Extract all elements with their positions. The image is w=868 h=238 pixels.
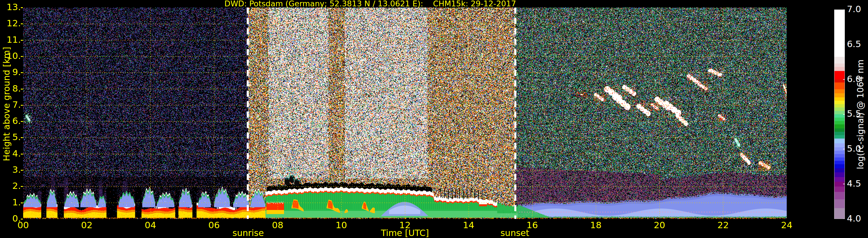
- colorbar-tick-label: 4.0: [847, 213, 861, 224]
- y-tick-label: 5.: [0, 132, 21, 142]
- y-tick-mark: [21, 89, 23, 90]
- y-tick-label: 7.: [0, 99, 21, 110]
- colorbar-tick-label: 7.0: [847, 4, 861, 14]
- y-tick-mark: [21, 23, 23, 24]
- y-tick-label: 1.: [0, 197, 21, 207]
- y-tick-label: 9.: [0, 67, 21, 77]
- y-tick-label: 2.: [0, 180, 21, 191]
- x-tick-label: 22: [712, 220, 735, 230]
- y-tick-mark: [21, 137, 23, 138]
- plot-title: DWD: Potsdam (Germany; 52.3813 N / 13.06…: [224, 0, 516, 8]
- y-tick-mark: [21, 40, 23, 41]
- sunrise-label: sunrise: [232, 228, 264, 238]
- y-tick-mark: [21, 105, 23, 106]
- y-tick-mark: [21, 219, 23, 219]
- y-tick-mark: [21, 72, 23, 73]
- y-tick-label: 11.: [0, 34, 21, 45]
- y-tick-label: 4.: [0, 148, 21, 159]
- ceilometer-quicklook-page: DWD: Potsdam (Germany; 52.3813 N / 13.06…: [0, 0, 868, 238]
- x-tick-label: 20: [648, 220, 671, 230]
- colorbar-title: log(rc-signal) @ 1064 nm: [855, 60, 865, 169]
- x-tick-label: 04: [139, 220, 162, 230]
- y-tick-mark: [21, 121, 23, 122]
- y-tick-mark: [21, 56, 23, 57]
- y-tick-label: 10.: [0, 50, 21, 61]
- x-tick-label: 08: [266, 220, 289, 230]
- x-tick-label: 00: [11, 220, 35, 230]
- y-tick-mark: [21, 154, 23, 155]
- x-tick-label: 14: [457, 220, 480, 230]
- x-tick-label: 06: [203, 220, 226, 230]
- x-tick-label: 10: [330, 220, 353, 230]
- y-tick-mark: [21, 202, 23, 203]
- x-tick-label: 18: [584, 220, 608, 230]
- x-axis-title: Time [UTC]: [381, 228, 429, 238]
- y-tick-mark: [21, 170, 23, 171]
- y-tick-label: 6.: [0, 115, 21, 126]
- backscatter-heatmap-canvas: [23, 7, 787, 219]
- y-tick-label: 13.: [0, 2, 21, 12]
- x-tick-label: 24: [775, 220, 798, 230]
- colorbar-tick-label: 4.5: [847, 178, 861, 189]
- x-tick-label: 02: [75, 220, 98, 230]
- y-tick-label: 12.: [0, 18, 21, 28]
- sunset-label: sunset: [500, 228, 529, 238]
- y-tick-mark: [21, 186, 23, 187]
- y-tick-label: 8.: [0, 83, 21, 94]
- colorbar-tick-label: 6.5: [847, 39, 861, 49]
- y-tick-mark: [21, 7, 23, 8]
- y-tick-label: 3.: [0, 164, 21, 175]
- colorbar: [834, 9, 845, 219]
